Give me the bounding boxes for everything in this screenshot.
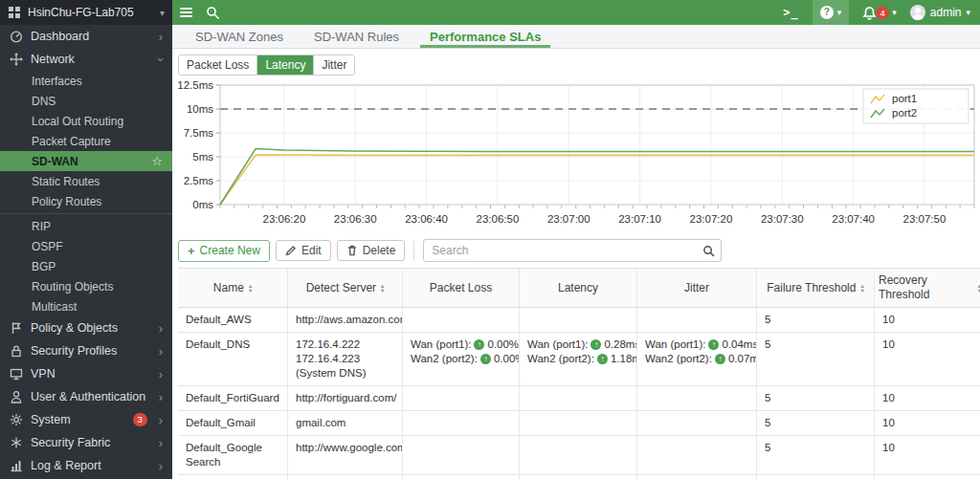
tab-sd-wan-zones[interactable]: SD-WAN Zones <box>182 25 297 48</box>
column-header-packet-loss: Packet Loss <box>403 269 520 307</box>
sidebar-item-label: Log & Report <box>31 459 101 472</box>
metric-line: Wan2 (port2):↑0.00% <box>411 352 511 366</box>
table-row-default-google-search[interactable]: Default_Google Searchhttp://www.google.c… <box>178 436 980 475</box>
sidebar-subitem-bgp[interactable]: BGP <box>0 256 172 276</box>
column-header-name[interactable]: Name▴▾ <box>178 269 288 307</box>
cell-latency <box>520 475 637 479</box>
menu-collapse-button[interactable] <box>180 8 192 17</box>
metric-line: Wan2 (port2):↑1.18ms <box>527 352 629 366</box>
sidebar-subitem-sd-wan[interactable]: SD-WAN☆ <box>0 151 172 171</box>
cell-latency <box>520 386 637 410</box>
svg-text:23:07:10: 23:07:10 <box>618 213 661 225</box>
sidebar-item-network[interactable]: Network› <box>0 48 172 71</box>
sidebar-subitem-interfaces[interactable]: Interfaces <box>0 71 172 91</box>
cell-name: Default_Gmail <box>178 411 288 435</box>
status-up-icon: ↑ <box>597 354 608 364</box>
svg-text:2.5ms: 2.5ms <box>184 175 214 186</box>
column-header-label: Failure Threshold <box>767 281 856 295</box>
bell-icon <box>862 6 877 20</box>
table-row-default-fortiguard[interactable]: Default_FortiGuardhttp://fortiguard.com/… <box>178 386 980 411</box>
table-row-default-dns[interactable]: Default_DNS172.16.4.222172.16.4.223(Syst… <box>178 333 980 386</box>
sidebar-subitem-multicast[interactable]: Multicast <box>0 296 172 316</box>
sidebar-subitem-local-out-routing[interactable]: Local Out Routing <box>0 111 172 131</box>
sidebar-subitem-label: OSPF <box>32 240 63 253</box>
create-new-button[interactable]: + Create New <box>178 240 270 262</box>
cell-recovery-threshold: 10 <box>875 411 980 435</box>
cli-console-icon[interactable]: >_ <box>783 6 798 19</box>
monitor-icon <box>10 367 23 381</box>
favorite-star-icon[interactable]: ☆ <box>151 154 163 168</box>
sidebar-item-label: VPN <box>31 367 56 381</box>
sidebar-item-log-report[interactable]: Log & Report› <box>0 454 172 477</box>
cell-failure-threshold: 5 <box>757 333 875 385</box>
sidebar-item-vpn[interactable]: VPN› <box>0 362 172 385</box>
chevron-right-icon: › <box>159 437 163 449</box>
metric-toggle-packet-loss[interactable]: Packet Loss <box>179 55 257 75</box>
search-icon <box>702 245 715 257</box>
tab-performance-slas[interactable]: Performance SLAs <box>416 25 554 48</box>
sidebar-subitem-label: Local Out Routing <box>32 115 123 128</box>
sidebar-subitem-policy-routes[interactable]: Policy Routes <box>0 191 172 211</box>
help-button[interactable]: ? ▾ <box>813 0 850 25</box>
cell-detect-server: http://fortiguard.com/ <box>288 386 403 410</box>
server-line: 172.16.4.223 <box>296 352 394 366</box>
admin-menu-button[interactable]: admin ▾ <box>910 5 970 20</box>
sidebar-item-dashboard[interactable]: Dashboard› <box>0 25 172 48</box>
metric-toggle-jitter[interactable]: Jitter <box>314 55 354 75</box>
tab-sd-wan-rules[interactable]: SD-WAN Rules <box>301 25 412 48</box>
search-input[interactable] <box>424 244 696 257</box>
sidebar-item-policy-objects[interactable]: Policy & Objects› <box>0 316 172 339</box>
sidebar-subitem-dns[interactable]: DNS <box>0 91 172 111</box>
metric-value: 0.00% <box>487 337 519 352</box>
sidebar-subitem-ospf[interactable]: OSPF <box>0 236 172 256</box>
cell-jitter <box>637 386 757 410</box>
sidebar-subitem-rip[interactable]: RIP <box>0 216 172 236</box>
cell-latency <box>520 308 637 332</box>
column-header-recovery-threshold[interactable]: Recovery Threshold▴▾ <box>875 269 980 307</box>
status-up-icon: ↑ <box>590 339 601 350</box>
column-header-failure-threshold[interactable]: Failure Threshold▴▾ <box>757 269 875 307</box>
svg-text:port2: port2 <box>892 107 917 119</box>
svg-text:23:07:20: 23:07:20 <box>690 213 733 225</box>
chevron-down-icon: ▾ <box>837 8 842 17</box>
sidebar-item-label: Security Profiles <box>31 344 117 358</box>
sidebar-item-security-profiles[interactable]: Security Profiles› <box>0 339 172 362</box>
admin-name: admin <box>930 6 962 19</box>
sidebar-item-system[interactable]: System3› <box>0 408 172 431</box>
cell-jitter <box>637 308 757 332</box>
sidebar-subitem-packet-capture[interactable]: Packet Capture <box>0 131 172 151</box>
cell-jitter <box>637 436 757 474</box>
cell-packet-loss <box>403 436 520 474</box>
trash-icon <box>346 245 358 256</box>
notifications-button[interactable]: 4 ▾ <box>862 6 897 20</box>
column-header-detect-server[interactable]: Detect Server▴▾ <box>288 269 403 307</box>
sidebar-subitem-static-routes[interactable]: Static Routes <box>0 171 172 191</box>
sidebar-subitem-routing-objects[interactable]: Routing Objects <box>0 276 172 296</box>
fortinet-logo-icon <box>8 6 21 19</box>
sidebar-subitem-label: BGP <box>32 260 56 273</box>
interface-label: Wan (port1): <box>645 337 705 352</box>
metric-toggle-latency[interactable]: Latency <box>257 55 314 75</box>
delete-button[interactable]: Delete <box>337 240 406 261</box>
metric-value: 0.28ms <box>604 337 637 352</box>
cell-name: Default_FortiGuard <box>178 386 288 410</box>
table-row-default-gmail[interactable]: Default_Gmailgmail.com510 <box>178 411 980 436</box>
svg-text:port1: port1 <box>892 93 917 104</box>
toolbar: + Create New Edit Delete <box>178 239 976 262</box>
device-selector[interactable]: HsinChu-FG-Lab705 ▾ <box>0 0 172 25</box>
sidebar-item-security-fabric[interactable]: Security Fabric› <box>0 431 172 454</box>
svg-text:12.5ms: 12.5ms <box>178 79 213 91</box>
sidebar-item-user-authentication[interactable]: User & Authentication› <box>0 385 172 408</box>
edit-button[interactable]: Edit <box>276 240 331 261</box>
cell-failure-threshold: 5 <box>757 386 875 410</box>
table-row-default-office-365[interactable]: Default_Office_365http://www.office.com/… <box>178 475 980 479</box>
status-up-icon: ↑ <box>474 339 484 350</box>
table-row-default-aws[interactable]: Default_AWShttp://aws.amazon.com/510 <box>178 308 980 333</box>
chevron-right-icon: › <box>159 345 163 358</box>
sidebar-item-label: System <box>31 413 71 426</box>
search-submit-button[interactable] <box>696 240 721 261</box>
cell-detect-server: gmail.com <box>288 411 403 435</box>
cell-detect-server: http://www.office.com/ <box>288 475 403 479</box>
search-icon[interactable] <box>206 6 220 20</box>
interface-label: Wan2 (port2): <box>645 352 712 366</box>
